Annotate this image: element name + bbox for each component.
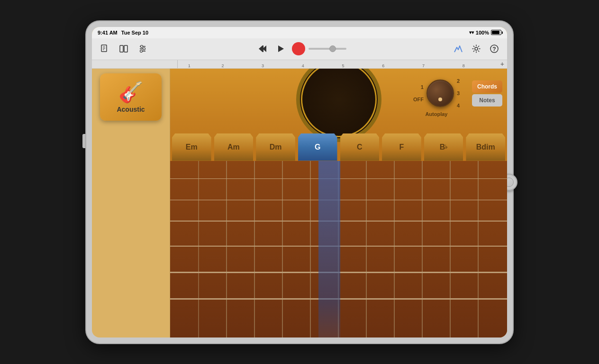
battery-icon <box>491 30 501 35</box>
view-toggle-button[interactable] <box>116 41 132 57</box>
chord-key-g[interactable]: G <box>298 133 337 161</box>
chord-key-dm[interactable]: Dm <box>256 133 295 161</box>
autoplay-label: Autoplay <box>425 111 447 117</box>
chord-key-bb[interactable]: B♭ <box>424 133 463 161</box>
settings-button[interactable] <box>468 41 484 57</box>
wifi-icon: ▾▾ <box>469 30 474 35</box>
status-time: 9:41 AM <box>98 30 118 36</box>
fretboard[interactable] <box>170 161 507 337</box>
autoplay-right-numbers: 2 3 4 <box>457 78 460 108</box>
main-content: 🎸 Acoustic 1 <box>92 69 507 337</box>
sound-hole <box>291 73 386 125</box>
status-bar: 9:41 AM Tue Sep 10 ▾▾ 100% <box>92 27 507 38</box>
fret-10 <box>450 161 451 337</box>
skip-back-button[interactable] <box>254 41 271 57</box>
fret-8 <box>394 161 395 337</box>
record-button[interactable] <box>290 41 307 57</box>
add-track-button[interactable]: + <box>500 60 504 68</box>
svg-point-9 <box>141 45 143 48</box>
chord-key-am[interactable]: Am <box>214 133 254 161</box>
fret-11 <box>478 161 479 337</box>
autoplay-off: OFF <box>413 97 424 102</box>
autoplay-num-3: 3 <box>457 90 460 96</box>
ruler: 1 2 3 4 5 6 7 8 + <box>92 60 507 69</box>
fret-lines <box>170 161 507 337</box>
side-button[interactable] <box>82 134 85 148</box>
chord-key-f[interactable]: F <box>382 133 421 161</box>
autoplay-dot <box>438 98 442 101</box>
instrument-card[interactable]: 🎸 Acoustic <box>100 73 162 121</box>
fret-2 <box>226 161 227 337</box>
smart-tempo-button[interactable] <box>450 41 466 57</box>
svg-marker-12 <box>259 45 263 52</box>
autoplay-knob-area: 1 OFF 2 3 4 <box>413 78 460 108</box>
toolbar-right-controls: ? <box>450 41 502 57</box>
ruler-mark-4: 4 <box>302 63 304 68</box>
chord-strip: Em Am Dm G C F B♭ Bdim <box>170 130 507 161</box>
transport-controls <box>254 41 346 57</box>
record-indicator <box>292 42 305 55</box>
fret-9 <box>422 161 423 337</box>
autoplay-num-4: 4 <box>457 103 460 108</box>
battery-percent: 100% <box>476 30 489 36</box>
svg-text:?: ? <box>492 46 496 53</box>
instrument-name: Acoustic <box>117 106 145 113</box>
ruler-mark-5: 5 <box>342 63 345 68</box>
chord-key-c[interactable]: C <box>340 133 380 161</box>
autoplay-knob[interactable] <box>427 80 454 107</box>
autoplay-control: 1 OFF 2 3 4 Autopla <box>413 78 460 117</box>
fret-4 <box>282 161 283 337</box>
fret-7 <box>366 161 367 337</box>
ruler-mark-2: 2 <box>221 63 224 68</box>
notes-button[interactable]: Notes <box>472 94 502 107</box>
chords-button[interactable]: Chords <box>472 80 502 93</box>
svg-marker-15 <box>278 45 284 52</box>
fret-3 <box>254 161 255 337</box>
svg-rect-5 <box>124 45 127 52</box>
ruler-mark-6: 6 <box>382 63 384 68</box>
ruler-mark-7: 7 <box>422 63 425 68</box>
status-date: Tue Sep 10 <box>121 30 148 36</box>
playhead-line <box>177 60 178 68</box>
instrument-panel: 🎸 Acoustic <box>92 69 170 337</box>
svg-point-11 <box>140 50 143 53</box>
ipad-screen: 9:41 AM Tue Sep 10 ▾▾ 100% <box>92 27 507 337</box>
guitar-icon: 🎸 <box>118 80 143 104</box>
volume-slider[interactable] <box>309 48 346 50</box>
chord-key-em[interactable]: Em <box>172 133 211 161</box>
svg-rect-4 <box>120 45 123 52</box>
svg-point-10 <box>143 48 145 50</box>
ruler-mark-3: 3 <box>262 63 264 68</box>
ruler-mark-1: 1 <box>188 63 191 68</box>
active-chord-highlight <box>318 161 340 337</box>
guitar-area: 1 OFF 2 3 4 Autopla <box>170 69 507 337</box>
autoplay-num-2: 2 <box>457 78 460 84</box>
svg-point-16 <box>475 47 478 50</box>
toolbar: ? <box>92 38 507 60</box>
help-button[interactable]: ? <box>486 41 502 57</box>
guitar-top: 1 OFF 2 3 4 Autopla <box>170 69 507 130</box>
volume-thumb <box>329 45 336 52</box>
chord-key-bdim[interactable]: Bdim <box>466 133 505 161</box>
ipad-frame: 9:41 AM Tue Sep 10 ▾▾ 100% <box>86 21 513 343</box>
ruler-marks: 1 2 3 4 5 6 7 8 <box>172 60 507 68</box>
fret-1 <box>198 161 199 337</box>
play-button[interactable] <box>272 41 289 57</box>
autoplay-num-1: 1 <box>421 84 424 90</box>
ruler-mark-8: 8 <box>463 63 465 68</box>
mixer-button[interactable] <box>135 41 151 57</box>
chords-notes-toggle: Chords Notes <box>472 80 502 107</box>
autoplay-left-numbers: 1 OFF <box>413 84 424 102</box>
new-song-button[interactable] <box>97 41 113 57</box>
fret-5 <box>310 161 311 337</box>
